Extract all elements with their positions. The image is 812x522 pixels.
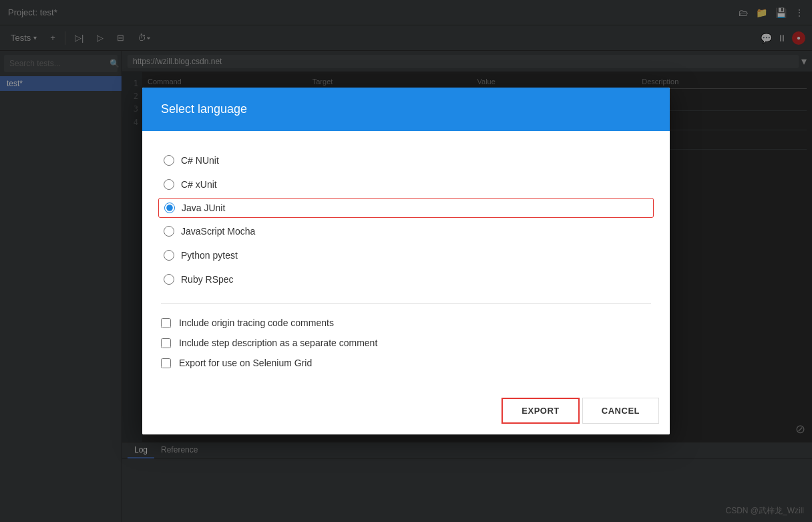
select-language-dialog: Select language C# NUnit C# xUnit Java J…: [142, 88, 670, 434]
radio-js-mocha-label: JavaScript Mocha: [181, 226, 255, 237]
radio-java-junit-input[interactable]: [164, 203, 175, 213]
dialog-footer: EXPORT CANCEL: [142, 387, 670, 434]
radio-cs-nunit-label: C# NUnit: [181, 155, 219, 166]
radio-java-junit-label: Java JUnit: [182, 203, 225, 213]
radio-cs-nunit-input[interactable]: [164, 155, 174, 166]
radio-cs-xunit-label: C# xUnit: [181, 179, 217, 190]
radio-ruby-rspec-label: Ruby RSpec: [181, 274, 234, 285]
radio-ruby-rspec-input[interactable]: [164, 274, 174, 285]
checkbox-origin-tracing-label: Include origin tracing code comments: [179, 317, 334, 328]
radio-cs-xunit[interactable]: C# xUnit: [161, 174, 651, 195]
checkbox-selenium-grid-label: Export for use on Selenium Grid: [179, 358, 312, 368]
radio-ruby-rspec[interactable]: Ruby RSpec: [161, 269, 651, 290]
checkbox-origin-tracing-input[interactable]: [161, 318, 171, 328]
radio-java-junit[interactable]: Java JUnit: [158, 198, 654, 218]
checkbox-step-desc[interactable]: Include step description as a separate c…: [161, 338, 651, 348]
radio-python-pytest-input[interactable]: [164, 250, 174, 261]
checkbox-step-desc-label: Include step description as a separate c…: [179, 338, 377, 348]
divider: [161, 303, 651, 304]
dialog-title: Select language: [161, 102, 247, 116]
radio-python-pytest-label: Python pytest: [181, 250, 238, 261]
radio-cs-xunit-input[interactable]: [164, 179, 174, 190]
cancel-button[interactable]: CANCEL: [582, 398, 659, 424]
radio-js-mocha[interactable]: JavaScript Mocha: [161, 221, 651, 242]
radio-js-mocha-input[interactable]: [164, 226, 174, 237]
checkbox-step-desc-input[interactable]: [161, 338, 171, 348]
checkbox-group: Include origin tracing code comments Inc…: [161, 317, 651, 368]
dialog-header: Select language: [142, 88, 670, 131]
overlay: Select language C# NUnit C# xUnit Java J…: [0, 0, 812, 522]
export-button[interactable]: EXPORT: [501, 398, 579, 424]
radio-cs-nunit[interactable]: C# NUnit: [161, 150, 651, 171]
language-radio-group: C# NUnit C# xUnit Java JUnit JavaScript …: [161, 150, 651, 290]
radio-python-pytest[interactable]: Python pytest: [161, 245, 651, 266]
checkbox-selenium-grid-input[interactable]: [161, 358, 171, 368]
checkbox-origin-tracing[interactable]: Include origin tracing code comments: [161, 317, 651, 328]
checkbox-selenium-grid[interactable]: Export for use on Selenium Grid: [161, 358, 651, 368]
dialog-body: C# NUnit C# xUnit Java JUnit JavaScript …: [142, 131, 670, 368]
